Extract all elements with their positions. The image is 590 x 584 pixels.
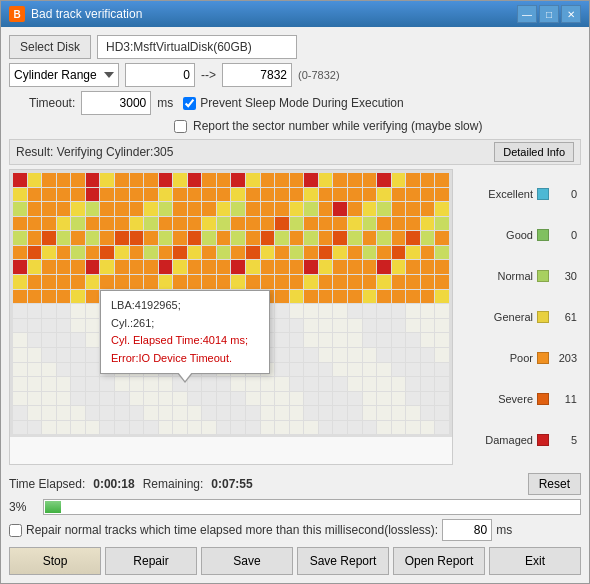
grid-cell[interactable] [406,406,420,420]
grid-cell[interactable] [202,377,216,391]
grid-cell[interactable] [202,217,216,231]
grid-cell[interactable] [406,275,420,289]
grid-cell[interactable] [333,363,347,377]
grid-cell[interactable] [86,275,100,289]
grid-cell[interactable] [86,319,100,333]
grid-cell[interactable] [144,231,158,245]
grid-cell[interactable] [188,275,202,289]
grid-cell[interactable] [13,333,27,347]
grid-cell[interactable] [86,231,100,245]
grid-cell[interactable] [275,275,289,289]
grid-cell[interactable] [363,275,377,289]
grid-cell[interactable] [406,363,420,377]
grid-cell[interactable] [86,333,100,347]
grid-cell[interactable] [246,392,260,406]
grid-cell[interactable] [100,260,114,274]
grid-cell[interactable] [304,231,318,245]
select-disk-button[interactable]: Select Disk [9,35,91,59]
grid-cell[interactable] [319,231,333,245]
grid-cell[interactable] [231,275,245,289]
grid-cell[interactable] [86,290,100,304]
grid-cell[interactable] [377,421,391,435]
grid-cell[interactable] [71,319,85,333]
grid-cell[interactable] [261,202,275,216]
grid-cell[interactable] [435,290,449,304]
grid-cell[interactable] [71,231,85,245]
grid-cell[interactable] [231,231,245,245]
grid-cell[interactable] [275,290,289,304]
grid-cell[interactable] [377,363,391,377]
grid-cell[interactable] [261,188,275,202]
grid-cell[interactable] [333,377,347,391]
grid-cell[interactable] [100,173,114,187]
grid-cell[interactable] [202,421,216,435]
grid-cell[interactable] [290,260,304,274]
grid-cell[interactable] [348,231,362,245]
grid-cell[interactable] [188,188,202,202]
grid-cell[interactable] [42,246,56,260]
grid-cell[interactable] [86,377,100,391]
grid-cell[interactable] [435,392,449,406]
grid-cell[interactable] [319,290,333,304]
grid-cell[interactable] [13,231,27,245]
grid-cell[interactable] [392,246,406,260]
grid-cell[interactable] [173,260,187,274]
grid-cell[interactable] [130,392,144,406]
grid-cell[interactable] [246,173,260,187]
grid-cell[interactable] [173,173,187,187]
grid-cell[interactable] [217,260,231,274]
grid-cell[interactable] [435,333,449,347]
grid-cell[interactable] [71,363,85,377]
grid-cell[interactable] [130,217,144,231]
grid-cell[interactable] [42,377,56,391]
grid-cell[interactable] [304,290,318,304]
grid-cell[interactable] [363,421,377,435]
grid-cell[interactable] [290,392,304,406]
grid-cell[interactable] [144,217,158,231]
grid-cell[interactable] [304,217,318,231]
grid-cell[interactable] [173,406,187,420]
grid-cell[interactable] [392,231,406,245]
grid-cell[interactable] [42,290,56,304]
grid-cell[interactable] [348,421,362,435]
grid-cell[interactable] [333,275,347,289]
grid-cell[interactable] [363,202,377,216]
grid-cell[interactable] [71,290,85,304]
grid-cell[interactable] [202,275,216,289]
grid-cell[interactable] [173,392,187,406]
grid-cell[interactable] [71,188,85,202]
grid-cell[interactable] [333,392,347,406]
grid-cell[interactable] [144,275,158,289]
grid-cell[interactable] [115,246,129,260]
grid-cell[interactable] [377,260,391,274]
grid-cell[interactable] [115,406,129,420]
grid-cell[interactable] [333,260,347,274]
grid-cell[interactable] [144,421,158,435]
grid-cell[interactable] [28,188,42,202]
grid-cell[interactable] [290,275,304,289]
grid-cell[interactable] [159,421,173,435]
grid-cell[interactable] [57,319,71,333]
grid-cell[interactable] [261,260,275,274]
grid-cell[interactable] [392,217,406,231]
grid-cell[interactable] [13,275,27,289]
grid-cell[interactable] [290,188,304,202]
grid-cell[interactable] [319,319,333,333]
grid-cell[interactable] [13,304,27,318]
grid-cell[interactable] [348,275,362,289]
range-start-input[interactable] [125,63,195,87]
grid-cell[interactable] [202,406,216,420]
grid-cell[interactable] [188,260,202,274]
grid-cell[interactable] [231,188,245,202]
grid-cell[interactable] [275,231,289,245]
grid-cell[interactable] [363,217,377,231]
grid-cell[interactable] [115,377,129,391]
grid-cell[interactable] [348,246,362,260]
grid-cell[interactable] [71,202,85,216]
grid-cell[interactable] [392,188,406,202]
grid-cell[interactable] [392,304,406,318]
grid-cell[interactable] [275,421,289,435]
grid-cell[interactable] [348,217,362,231]
grid-cell[interactable] [246,246,260,260]
grid-cell[interactable] [28,173,42,187]
